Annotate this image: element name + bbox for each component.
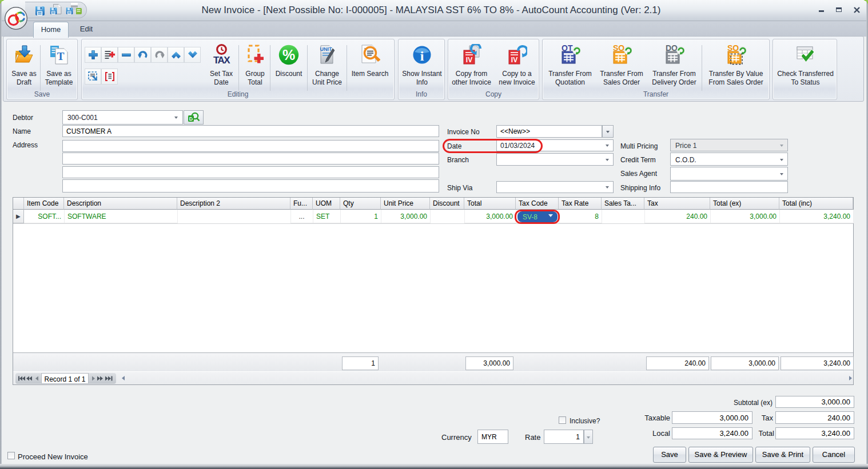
svg-text:T: T	[57, 50, 65, 62]
svg-text:UNIT: UNIT	[320, 46, 332, 52]
svg-text:TAX: TAX	[213, 55, 230, 66]
svg-text:IV: IV	[465, 56, 472, 64]
svg-text:IV: IV	[511, 56, 517, 64]
svg-text:i: i	[420, 49, 424, 63]
svg-text:%: %	[282, 47, 295, 63]
